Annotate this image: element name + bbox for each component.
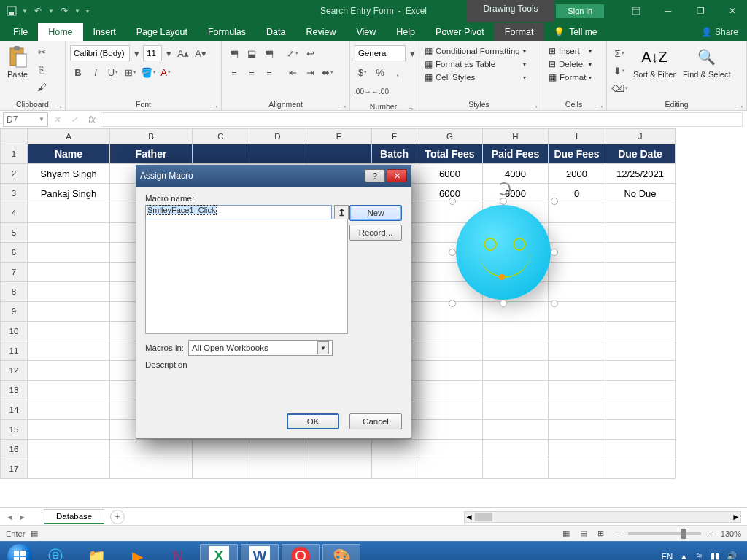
cell[interactable]: Shyam Singh <box>28 164 110 184</box>
format-cells-button[interactable]: ▦Format▾ <box>546 71 595 83</box>
cell[interactable] <box>483 400 549 420</box>
col-header-B[interactable]: B <box>110 128 193 144</box>
cell[interactable] <box>549 361 605 381</box>
tray-volume-icon[interactable]: 🔊 <box>727 551 737 560</box>
sheet-tab-database[interactable]: Database <box>44 509 104 524</box>
start-button[interactable] <box>4 543 35 561</box>
bold-button[interactable]: B <box>70 64 86 80</box>
undo-icon[interactable]: ↶ <box>32 5 44 17</box>
cell[interactable] <box>417 223 483 243</box>
cell[interactable] <box>483 282 549 302</box>
col-header-A[interactable]: A <box>28 128 110 144</box>
cell[interactable] <box>28 322 110 341</box>
macro-list[interactable] <box>145 219 348 334</box>
font-color-button[interactable]: A▾ <box>158 64 174 80</box>
minimize-button[interactable]: ─ <box>654 0 683 22</box>
cell[interactable] <box>549 459 605 479</box>
row-header[interactable]: 16 <box>0 440 28 459</box>
align-top-icon[interactable]: ⬒ <box>226 45 242 61</box>
ok-button[interactable]: OK <box>287 413 339 429</box>
col-header-J[interactable]: J <box>605 128 676 144</box>
select-all-corner[interactable] <box>0 128 28 144</box>
format-as-table-button[interactable]: ▦Format as Table▾ <box>422 58 529 70</box>
dialog-titlebar[interactable]: Assign Macro ? ✕ <box>136 165 411 187</box>
row-header[interactable]: 2 <box>0 164 28 184</box>
cell[interactable] <box>417 282 483 302</box>
qat-customize-dropdown[interactable]: ▾ <box>85 8 90 15</box>
cut-icon[interactable]: ✂ <box>34 44 50 60</box>
cell[interactable]: Due Date <box>605 144 676 164</box>
col-header-I[interactable]: I <box>549 128 605 144</box>
cell[interactable]: 2000 <box>549 164 605 184</box>
format-painter-icon[interactable]: 🖌 <box>34 79 50 95</box>
cell[interactable] <box>306 459 372 479</box>
delete-cells-button[interactable]: ⊟Delete▾ <box>546 58 595 70</box>
sign-in-button[interactable]: Sign in <box>556 4 604 18</box>
autosum-icon[interactable]: Σ▾ <box>611 45 627 61</box>
tab-data[interactable]: Data <box>256 23 295 41</box>
add-sheet-button[interactable]: + <box>110 510 125 524</box>
cell[interactable] <box>417 381 483 400</box>
cell[interactable] <box>605 361 676 381</box>
row-header[interactable]: 4 <box>0 203 28 223</box>
taskbar-excel-icon[interactable]: X <box>200 544 238 561</box>
redo-icon[interactable]: ↷ <box>58 5 70 17</box>
row-header[interactable]: 17 <box>0 459 28 479</box>
sheet-nav-next[interactable]: ► <box>18 513 26 521</box>
taskbar-opera-icon[interactable]: O <box>282 544 320 561</box>
cell[interactable] <box>193 144 249 164</box>
undo-dropdown[interactable]: ▼ <box>48 8 54 15</box>
align-right-icon[interactable]: ≡ <box>261 64 277 80</box>
wrap-text-icon[interactable]: ↩ <box>302 45 318 61</box>
border-button[interactable]: ⊞▾ <box>123 64 139 80</box>
ribbon-options-icon[interactable] <box>622 0 651 22</box>
merge-center-icon[interactable]: ⬌▾ <box>320 64 336 80</box>
cell[interactable] <box>417 203 483 223</box>
taskbar-explorer-icon[interactable]: 📁 <box>77 544 115 561</box>
align-left-icon[interactable]: ≡ <box>226 64 242 80</box>
font-name-box[interactable]: Calibri (Body) <box>70 45 130 61</box>
cell[interactable] <box>605 243 676 262</box>
cell[interactable] <box>193 459 249 479</box>
cell[interactable] <box>605 322 676 341</box>
qat-dropdown[interactable]: ▼ <box>22 8 28 15</box>
cell[interactable] <box>483 262 549 282</box>
fx-cancel-icon[interactable]: ✕ <box>48 112 66 128</box>
cell[interactable] <box>605 223 676 243</box>
zoom-in-icon[interactable]: + <box>708 529 713 538</box>
row-header[interactable]: 3 <box>0 184 28 203</box>
align-center-icon[interactable]: ≡ <box>244 64 260 80</box>
decrease-decimal-icon[interactable]: ←.00 <box>372 83 388 99</box>
row-header[interactable]: 15 <box>0 420 28 440</box>
increase-font-icon[interactable]: A▴ <box>175 45 191 61</box>
number-format-dropdown[interactable]: ▾ <box>407 45 417 61</box>
cell[interactable] <box>372 459 417 479</box>
tray-chevron-icon[interactable]: ▲ <box>680 552 688 561</box>
cell[interactable] <box>417 322 483 341</box>
row-header[interactable]: 12 <box>0 361 28 381</box>
row-header[interactable]: 13 <box>0 381 28 400</box>
cell[interactable] <box>483 420 549 440</box>
redo-dropdown[interactable]: ▼ <box>74 8 80 15</box>
cell[interactable] <box>483 381 549 400</box>
close-button[interactable]: ✕ <box>718 0 747 22</box>
cell[interactable] <box>110 459 193 479</box>
cell[interactable] <box>249 440 306 459</box>
cell[interactable] <box>483 341 549 361</box>
row-header[interactable]: 5 <box>0 223 28 243</box>
cell[interactable] <box>483 223 549 243</box>
macros-in-select[interactable]: All Open Workbooks▼ <box>188 340 333 356</box>
cell[interactable] <box>417 302 483 322</box>
col-header-G[interactable]: G <box>417 128 483 144</box>
tray-network-icon[interactable]: ▮▮ <box>711 551 719 560</box>
cell[interactable] <box>372 440 417 459</box>
cell[interactable] <box>28 381 110 400</box>
row-header[interactable]: 9 <box>0 302 28 322</box>
restore-button[interactable]: ❐ <box>686 0 715 22</box>
cell[interactable] <box>28 262 110 282</box>
cell[interactable]: Name <box>28 144 110 164</box>
row-header[interactable]: 6 <box>0 243 28 262</box>
cell[interactable] <box>28 440 110 459</box>
col-header-C[interactable]: C <box>193 128 249 144</box>
cell[interactable] <box>605 381 676 400</box>
